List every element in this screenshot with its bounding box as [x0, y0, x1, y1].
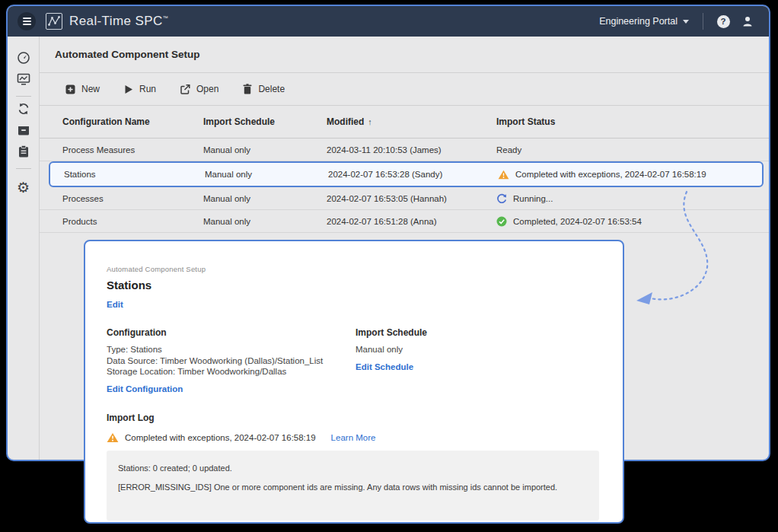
new-button[interactable]: New: [65, 84, 100, 94]
log-line: [ERROR_MISSING_IDS] One or more componen…: [118, 483, 588, 492]
user-menu-button[interactable]: [740, 14, 755, 29]
page-titlebar: Automated Component Setup: [40, 37, 769, 73]
portal-selector[interactable]: Engineering Portal: [599, 16, 689, 27]
sort-ascending-icon: ↑: [368, 117, 372, 126]
navbar-divider: [703, 13, 703, 30]
run-button[interactable]: Run: [124, 84, 156, 94]
running-sync-icon: [496, 193, 507, 204]
table-header: Configuration Name Import Schedule Modif…: [40, 106, 769, 139]
detail-eyebrow: Automated Component Setup: [107, 265, 601, 273]
app-title: Real-Time SPC™: [69, 14, 168, 29]
edit-link[interactable]: Edit: [107, 300, 123, 309]
status-cell: Completed, 2024-02-07 16:53:54: [496, 216, 769, 227]
gauge-icon: [17, 51, 30, 65]
import-log-status-text: Completed with exceptions, 2024-02-07 16…: [125, 433, 316, 442]
clipboard-icon: [17, 145, 30, 158]
status-cell: Running...: [496, 193, 769, 204]
sidebar-divider: [16, 96, 31, 97]
top-navbar: Real-Time SPC™ Engineering Portal ?: [8, 6, 769, 37]
import-log-box: Stations: 0 created; 0 updated. [ERROR_M…: [107, 451, 599, 521]
detail-title: Stations: [107, 279, 601, 291]
help-button[interactable]: ?: [716, 14, 731, 29]
sidebar-item-dashboard[interactable]: [15, 49, 32, 66]
edit-configuration-link[interactable]: Edit Configuration: [107, 384, 183, 393]
chevron-down-icon: [683, 20, 689, 24]
configuration-section: Configuration Type: Stations Data Source…: [107, 327, 356, 395]
status-cell: Ready: [496, 145, 769, 155]
page-title: Automated Component Setup: [55, 49, 200, 60]
trash-icon: [243, 84, 252, 94]
learn-more-link[interactable]: Learn More: [331, 433, 376, 442]
import-log-status: Completed with exceptions, 2024-02-07 16…: [107, 432, 601, 443]
warning-icon: [107, 432, 119, 443]
sync-icon: [17, 102, 30, 116]
app-logo: [46, 13, 62, 30]
import-schedule-section: Import Schedule Manual only Edit Schedul…: [356, 327, 427, 395]
col-header-import-status[interactable]: Import Status: [496, 116, 769, 127]
configuration-type: Type: Stations: [107, 344, 356, 355]
logo-chart-icon: [48, 15, 60, 27]
hamburger-menu-button[interactable]: [18, 12, 36, 30]
open-button[interactable]: Open: [180, 84, 218, 94]
plus-icon: [65, 84, 75, 94]
help-icon: ?: [717, 15, 730, 28]
sidebar-item-tasks[interactable]: [15, 143, 32, 160]
success-check-icon: [496, 216, 507, 227]
trademark: ™: [163, 15, 168, 21]
configuration-storage-location: Storage Location: Timber Woodworking/Dal…: [107, 366, 356, 377]
col-header-configuration-name[interactable]: Configuration Name: [62, 116, 203, 127]
play-icon: [124, 84, 133, 94]
table-row[interactable]: Processes Manual only 2024-02-07 16:53:0…: [40, 187, 769, 210]
table-row-selected[interactable]: Stations Manual only 2024-02-07 16:53:28…: [49, 161, 764, 187]
warning-icon: [498, 170, 509, 180]
import-schedule-value: Manual only: [356, 344, 427, 355]
gear-icon: ⚙: [17, 180, 30, 195]
sidebar-item-sync[interactable]: [15, 100, 32, 117]
table-row[interactable]: Products Manual only 2024-02-07 16:51:28…: [40, 210, 769, 233]
user-icon: [741, 14, 754, 28]
drawer-icon: [17, 123, 30, 137]
delete-button[interactable]: Delete: [243, 84, 285, 94]
col-header-modified[interactable]: Modified ↑: [327, 116, 496, 127]
col-header-import-schedule[interactable]: Import Schedule: [203, 116, 327, 127]
sidebar-item-archive[interactable]: [15, 122, 32, 139]
status-cell: Completed with exceptions, 2024-02-07 16…: [498, 170, 762, 180]
configuration-heading: Configuration: [107, 327, 356, 338]
screenshot-canvas: Real-Time SPC™ Engineering Portal ?: [0, 0, 778, 532]
sidebar-item-settings[interactable]: ⚙: [15, 179, 32, 196]
configuration-data-source: Data Source: Timber Woodworking (Dallas)…: [107, 355, 356, 367]
toolbar: New Run Open: [40, 73, 769, 106]
monitor-chart-icon: [17, 72, 30, 86]
import-schedule-heading: Import Schedule: [356, 327, 427, 338]
left-sidebar: ⚙: [8, 37, 40, 460]
open-external-icon: [180, 84, 190, 94]
portal-label: Engineering Portal: [599, 16, 678, 27]
hamburger-icon: [23, 18, 31, 19]
import-log-heading: Import Log: [107, 413, 601, 423]
sidebar-divider: [16, 168, 31, 169]
sidebar-item-charts[interactable]: [15, 71, 32, 88]
detail-panel: Automated Component Setup Stations Edit …: [84, 240, 624, 524]
edit-schedule-link[interactable]: Edit Schedule: [356, 362, 413, 371]
table-row[interactable]: Process Measures Manual only 2024-03-11 …: [40, 139, 769, 161]
log-line: Stations: 0 created; 0 updated.: [118, 464, 588, 473]
